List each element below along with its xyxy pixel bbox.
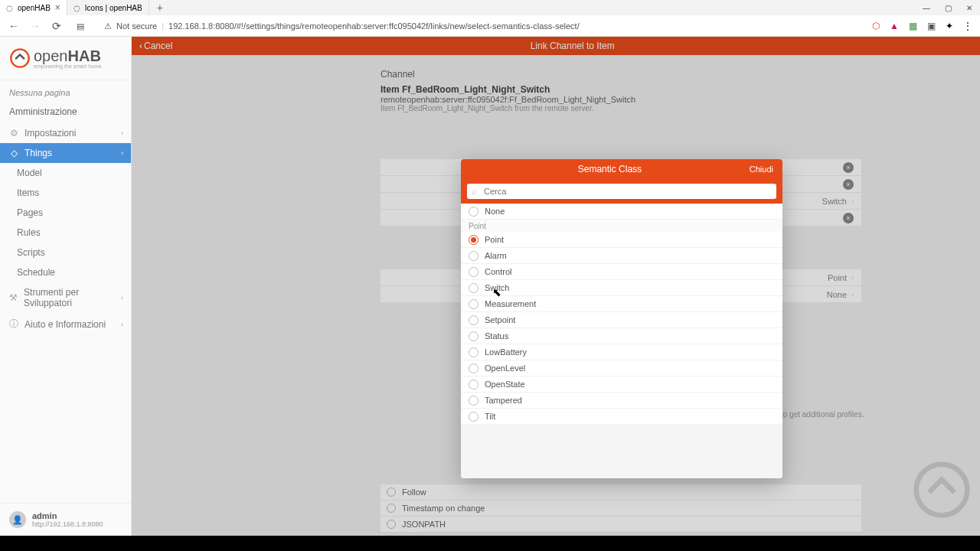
sidebar-no-page: Nessuna pagina (0, 80, 131, 100)
sidebar-item-label: Things (24, 148, 52, 158)
item-icon: ◇ (9, 148, 18, 158)
extensions-icon[interactable]: ✦ (943, 20, 956, 32)
option-label: Setpoint (485, 315, 515, 324)
reload-button[interactable]: ⟳ (49, 18, 64, 34)
avatar: 👤 (9, 511, 26, 528)
new-tab-button[interactable]: + (149, 2, 171, 14)
modal-title: Semantic Class (470, 164, 750, 174)
radio-icon (469, 315, 479, 325)
radio-icon (469, 331, 479, 341)
option-label: Measurement (485, 299, 536, 308)
chevron-right-icon: › (121, 149, 123, 157)
sidebar-item-model[interactable]: Model (0, 163, 131, 183)
sidebar-help[interactable]: ⓘ Aiuto e Informazioni › (0, 313, 131, 335)
brand-tagline: empowering the smart home (34, 64, 102, 69)
warning-icon: ⚠ (104, 21, 112, 31)
back-button[interactable]: ← (6, 18, 21, 34)
option-group-header: Point (461, 220, 782, 232)
forward-button[interactable]: → (28, 18, 43, 34)
user-name: admin (32, 511, 103, 520)
option-label: OpenState (485, 380, 525, 389)
svg-point-0 (11, 49, 28, 67)
watermark-icon (903, 459, 980, 520)
option-measurement[interactable]: Measurement (461, 296, 782, 312)
ext-icon-2[interactable]: ▣ (925, 20, 937, 32)
menu-icon[interactable]: ⋮ (962, 20, 974, 32)
search-input[interactable] (467, 184, 776, 199)
brand-hab: HAB (68, 47, 101, 64)
tab-favicon: ◌ (6, 4, 13, 12)
tab-close-icon[interactable]: × (55, 2, 60, 13)
ext-icon-1[interactable]: ▦ (906, 20, 919, 32)
option-alarm[interactable]: Alarm (461, 248, 782, 264)
openhab-logo-icon (9, 47, 31, 69)
brand-open: open (34, 47, 68, 64)
item-icon: ⚙ (9, 128, 18, 139)
radio-icon (469, 347, 479, 357)
sidebar-item-items[interactable]: Items (0, 183, 131, 203)
radio-icon (469, 251, 479, 261)
option-control[interactable]: Control (461, 264, 782, 280)
radio-icon (469, 267, 479, 277)
option-openlevel[interactable]: OpenLevel (461, 360, 782, 377)
logo[interactable]: openHAB empowering the smart home (0, 37, 131, 80)
sidebar-dev-tools[interactable]: ⚒ Strumenti per Sviluppatori › (0, 282, 131, 313)
option-none[interactable]: None (461, 204, 782, 220)
wrench-icon: ⚒ (9, 292, 18, 303)
option-switch[interactable]: Switch (461, 280, 782, 296)
option-setpoint[interactable]: Setpoint (461, 312, 782, 328)
option-label: Point (485, 235, 504, 244)
tab-title: Icons | openHAB (85, 4, 142, 12)
sidebar-admin-header: Amministrazione (0, 100, 131, 123)
modal-close-button[interactable]: Chiudi (750, 165, 773, 174)
radio-icon (469, 283, 479, 293)
option-label: OpenLevel (485, 364, 525, 373)
option-label: Tilt (485, 412, 495, 421)
user-url: http://192.168.1.8:8080 (32, 520, 103, 528)
chevron-right-icon: › (121, 321, 123, 328)
radio-icon (469, 207, 479, 217)
browser-chrome: — ▢ ✕ ◌ openHAB × ◌ Icons | openHAB + ← … (0, 0, 980, 37)
sidebar-item-label: Pages (17, 207, 43, 218)
option-label: None (485, 207, 505, 216)
radio-icon (469, 380, 479, 390)
address-bar: ← → ⟳ ▤ ⚠ Not secure | 192.168.1.8:8080/… (0, 15, 980, 37)
maximize-button[interactable]: ▢ (937, 0, 959, 15)
option-point[interactable]: Point (461, 232, 782, 248)
bookmark-icon[interactable]: ▤ (77, 21, 84, 31)
sidebar-item-schedule[interactable]: Schedule (0, 262, 131, 282)
sidebar-item-label: Strumenti per Sviluppatori (24, 287, 122, 308)
option-openstate[interactable]: OpenState (461, 377, 782, 393)
user-area[interactable]: 👤 admin http://192.168.1.8:8080 (0, 503, 131, 536)
option-label: Control (485, 267, 511, 276)
sidebar-item-scripts[interactable]: Scripts (0, 243, 131, 262)
sidebar-item-pages[interactable]: Pages (0, 203, 131, 223)
option-label: LowBattery (485, 347, 527, 357)
sidebar-item-rules[interactable]: Rules (0, 223, 131, 243)
main-content: ‹ Cancel Link Channel to Item Channel It… (132, 37, 980, 536)
sidebar-item-label: Impostazioni (24, 128, 76, 139)
option-lowbattery[interactable]: LowBattery (461, 344, 782, 360)
radio-icon (469, 396, 479, 406)
browser-tab-icons[interactable]: ◌ Icons | openHAB (67, 0, 149, 15)
option-tampered[interactable]: Tampered (461, 393, 782, 409)
option-tilt[interactable]: Tilt (461, 409, 782, 425)
url-field[interactable]: ▤ ⚠ Not secure | 192.168.1.8:8080/#!/set… (70, 21, 864, 31)
alert-icon[interactable]: ▲ (888, 20, 900, 32)
option-label: Alarm (485, 251, 507, 260)
radio-icon (469, 412, 479, 422)
close-window-button[interactable]: ✕ (959, 0, 980, 15)
sidebar-item-impostazioni[interactable]: ⚙Impostazioni› (0, 123, 131, 143)
sidebar-item-label: Items (17, 187, 39, 198)
shield-icon[interactable]: ⬡ (870, 20, 882, 32)
tab-bar: ◌ openHAB × ◌ Icons | openHAB + (0, 0, 980, 15)
minimize-button[interactable]: — (916, 0, 937, 15)
browser-tab-openhab[interactable]: ◌ openHAB × (0, 0, 67, 15)
option-status[interactable]: Status (461, 328, 782, 344)
radio-icon (469, 235, 479, 245)
sidebar-item-things[interactable]: ◇Things› (0, 143, 131, 163)
sidebar-item-label: Rules (17, 227, 41, 238)
svg-point-1 (916, 465, 968, 516)
sidebar-item-label: Aiuto e Informazioni (24, 319, 106, 330)
sidebar-item-label: Scripts (17, 247, 45, 258)
